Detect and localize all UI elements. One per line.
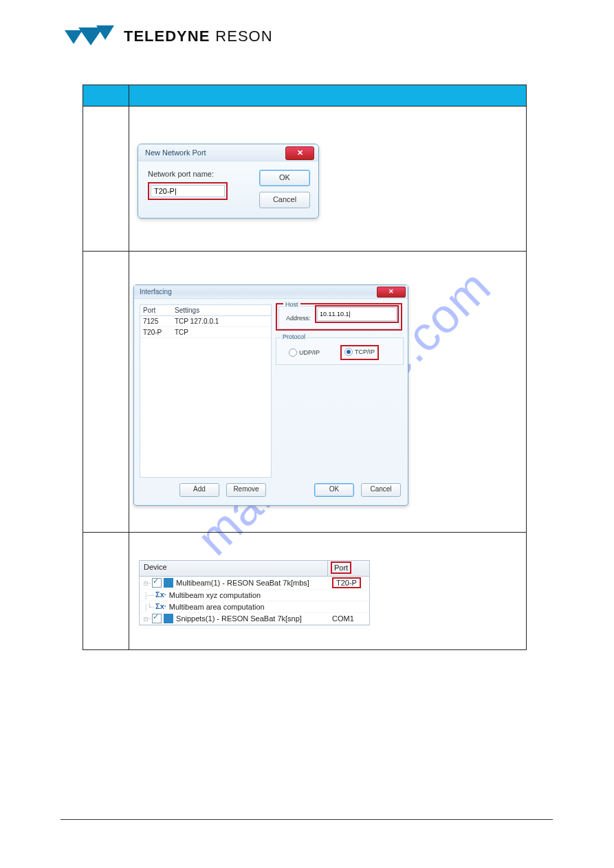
ok-button[interactable]: OK [259,170,310,186]
protocol-group: Protocol UDP/IP TCP/IP [276,337,404,365]
host-legend: Host [283,301,300,308]
radio-icon [344,348,353,356]
protocol-legend: Protocol [281,333,307,340]
host-group-highlight: Host Address: [276,303,402,331]
list-item[interactable]: ┊┈┈ Σx· Multibeam xyz computation [140,590,369,601]
device-label: Multibeam(1) - RESON SeaBat 7k[mbs] [176,579,329,587]
close-icon[interactable]: ✕ [377,287,406,298]
device-label: Multibeam xyz computation [169,591,329,599]
brand-logo: TELEDYNE RESON [62,23,273,49]
port-name-input[interactable] [151,185,225,197]
port-value-highlight: T20-P [332,577,361,588]
checkbox[interactable] [152,578,162,588]
remove-button[interactable]: Remove [226,483,266,497]
table-header-left [83,85,129,107]
dialog-title-text: New Network Port [145,148,206,157]
new-network-port-dialog: New Network Port ✕ Network port name: OK [138,144,319,219]
cancel-button[interactable]: Cancel [361,483,401,497]
sigma-icon: Σx· [155,602,166,612]
footer-rule [61,819,553,820]
cell-port: 7125 [143,318,175,325]
tree-toggle-icon[interactable]: ⊟┈ [144,615,151,623]
dialog-title-text: Interfacing [140,288,172,296]
brand-name-bold: TELEDYNE [124,27,210,45]
device-icon [164,578,173,588]
address-label: Address: [286,315,311,322]
col-device: Device [140,561,328,576]
sigma-icon: Σx· [155,590,166,600]
tree-branch-icon: ┊└┈ [144,603,154,611]
cancel-button[interactable]: Cancel [259,192,310,208]
cell-settings: TCP [175,329,268,336]
address-input[interactable] [317,307,397,321]
close-icon[interactable]: ✕ [285,146,314,160]
list-item[interactable]: ⊟┈ Multibeam(1) - RESON SeaBat 7k[mbs] T… [140,577,369,590]
device-tree-panel: Device Port ⊟┈ Multibeam(1) - RESON SeaB… [139,560,370,625]
brand-logomark [62,23,114,49]
table-header-right [129,85,527,107]
table-row[interactable]: T20-P TCP [140,327,271,338]
udp-label: UDP/IP [299,349,320,356]
list-item[interactable]: ┊└┈ Σx· Multibeam area computation [140,601,369,613]
address-highlight [315,305,399,323]
dialog-title: Interfacing ✕ [134,285,408,299]
port-name-highlight [148,182,228,200]
port-cell: COM1 [329,614,368,623]
device-label: Multibeam area computation [169,603,329,611]
radio-icon [289,348,297,357]
tree-toggle-icon[interactable]: ⊟┈ [144,579,151,587]
port-name-label: Network port name: [148,170,250,178]
port-header-highlight: Port [331,561,351,574]
col-port: Port [328,561,369,576]
add-button[interactable]: Add [179,483,219,497]
col-port: Port [143,307,175,314]
tcp-label: TCP/IP [355,348,375,355]
port-cell: T20-P [329,577,368,588]
checkbox[interactable] [152,614,162,623]
svg-marker-0 [65,30,83,44]
device-icon [164,614,173,623]
ok-button[interactable]: OK [314,483,354,497]
interfacing-dialog: Interfacing ✕ Port Settings 7125 [133,285,408,506]
document-table: New Network Port ✕ Network port name: OK [83,85,527,650]
tcp-highlight: TCP/IP [340,345,379,360]
cell-settings: TCP 127.0.0.1 [175,318,268,325]
brand-name-light: RESON [215,27,272,45]
udp-radio[interactable]: UDP/IP [289,348,320,357]
list-item[interactable]: ⊟┈ Snippets(1) - RESON SeaBat 7k[snp] CO… [140,613,369,625]
col-settings: Settings [175,307,268,314]
dialog-title: New Network Port ✕ [138,144,318,162]
tree-branch-icon: ┊┈┈ [144,592,154,599]
cell-port: T20-P [143,329,175,336]
port-list[interactable]: Port Settings 7125 TCP 127.0.0.1 T20-P T… [140,304,272,478]
table-row[interactable]: 7125 TCP 127.0.0.1 [140,316,271,327]
device-label: Snippets(1) - RESON SeaBat 7k[snp] [176,614,329,623]
tcp-radio[interactable]: TCP/IP [344,348,375,356]
